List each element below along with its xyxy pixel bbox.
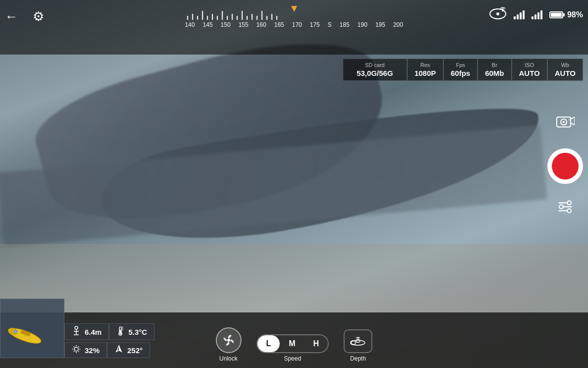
depth-button[interactable]: [344, 329, 373, 353]
bitrate-value: 60Mb: [485, 69, 504, 77]
compass-num-155: 155: [238, 21, 248, 28]
record-button[interactable]: [547, 148, 583, 184]
temp-value: 5.3°C: [128, 328, 147, 336]
sd-card-label: SD card: [350, 62, 400, 68]
iso-value: AUTO: [519, 69, 540, 77]
wb-value: AUTO: [555, 69, 576, 77]
svg-line-37: [78, 351, 79, 352]
compass-num-s: S: [328, 21, 332, 28]
temp-sensor-box: 5.3°C: [109, 323, 155, 340]
top-right-controls: 98%: [489, 6, 583, 23]
svg-line-39: [74, 351, 75, 352]
svg-point-30: [120, 333, 121, 335]
light-sensor-icon: [72, 345, 81, 356]
wb-label: Wb: [555, 62, 576, 68]
signal-bars: [514, 10, 525, 19]
compass-num-140: 140: [185, 21, 195, 28]
sd-card-value: 53,0G/56G: [350, 69, 400, 77]
compass-num-160: 160: [256, 21, 266, 28]
heading-sensor-icon: [114, 345, 123, 356]
speed-option-m[interactable]: M: [280, 335, 304, 352]
sd-card-box: SD card 53,0G/56G: [343, 59, 407, 81]
bitrate-box[interactable]: Br 60Mb: [478, 59, 511, 81]
sensor-row-top: 6.4m 5.3°C: [64, 323, 155, 340]
speed-option-l[interactable]: L: [257, 335, 280, 352]
svg-rect-29: [120, 330, 121, 333]
wb-box[interactable]: Wb AUTO: [547, 59, 583, 81]
iso-box[interactable]: ISO AUTO: [512, 59, 547, 81]
depth-value: 6.4m: [85, 328, 102, 336]
svg-point-31: [74, 347, 78, 351]
light-value: 32%: [85, 346, 100, 355]
compass-num-175: 175: [310, 21, 320, 28]
right-controls: ↺: [547, 114, 583, 218]
info-boxes: SD card 53,0G/56G Res 1080P Fps 60fps Br…: [343, 59, 583, 81]
iso-label: ISO: [519, 62, 540, 68]
depth-sensor-box: 6.4m: [64, 323, 109, 340]
heading-sensor-box: 252°: [107, 342, 150, 358]
fps-label: Fps: [451, 62, 470, 68]
unlock-label: Unlock: [219, 355, 238, 362]
svg-rect-45: [356, 340, 360, 342]
svg-rect-3: [493, 9, 495, 10]
settings-sliders-button[interactable]: [557, 199, 573, 218]
compass-num-170: 170: [292, 21, 302, 28]
bitrate-label: Br: [485, 62, 504, 68]
svg-line-36: [74, 347, 75, 348]
compass-num-150: 150: [220, 21, 230, 28]
heading-value: 252°: [127, 346, 143, 355]
svg-line-38: [78, 347, 79, 348]
compass-track: [185, 5, 403, 20]
camera-switch-button[interactable]: ↺: [556, 114, 575, 133]
unlock-circle: [215, 327, 241, 353]
sensor-row-bottom: 32% 252°: [64, 342, 155, 358]
compass-bar: 140 145 150 155 160 165 170 175 S 185 19…: [185, 5, 403, 28]
depth-label: Depth: [350, 355, 366, 362]
compass-num-145: 145: [203, 21, 213, 28]
fps-value: 60fps: [451, 69, 470, 77]
unlock-button[interactable]: Unlock: [215, 327, 241, 362]
top-left-controls: ← ⚙: [5, 9, 44, 24]
temp-sensor-icon: [116, 326, 124, 338]
speed-option-h[interactable]: H: [304, 335, 328, 352]
sensor-boxes: 6.4m 5.3°C: [64, 323, 155, 358]
compass-num-190: 190: [358, 21, 368, 28]
svg-point-12: [563, 121, 565, 123]
fps-box[interactable]: Fps 60fps: [443, 59, 478, 81]
controller-icon[interactable]: [489, 6, 507, 23]
record-button-inner: [552, 153, 579, 180]
compass-numbers: 140 145 150 155 160 165 170 175 S 185 19…: [185, 20, 403, 28]
svg-text:↺: ↺: [568, 118, 572, 122]
depth-sensor-icon: [72, 326, 81, 338]
battery-percent: 98%: [567, 10, 583, 19]
compass-num-165: 165: [274, 21, 284, 28]
speed-pill: L M H: [256, 334, 329, 353]
bottom-controls-row: Unlock L M H Speed Dep: [215, 327, 373, 362]
svg-point-42: [227, 339, 230, 342]
wifi-signal-bars: [532, 10, 542, 19]
settings-button[interactable]: ⚙: [33, 9, 44, 24]
svg-marker-0: [291, 6, 297, 12]
bottom-center-controls: Unlock L M H Speed Dep: [215, 327, 373, 362]
speed-label: Speed: [284, 355, 301, 362]
svg-rect-7: [563, 13, 565, 16]
battery-area: 98%: [549, 10, 583, 19]
svg-point-2: [496, 12, 499, 15]
svg-point-24: [75, 326, 78, 329]
resolution-value: 1080P: [415, 69, 436, 77]
speed-section: L M H Speed: [256, 334, 329, 362]
back-button[interactable]: ←: [5, 9, 18, 24]
resolution-label: Res: [415, 62, 436, 68]
svg-point-5: [502, 10, 503, 12]
depth-section[interactable]: Depth: [344, 329, 373, 362]
compass-num-185: 185: [340, 21, 350, 28]
light-sensor-box: 32%: [64, 342, 107, 358]
compass-num-195: 195: [375, 21, 385, 28]
compass-num-200: 200: [393, 21, 403, 28]
resolution-box[interactable]: Res 1080P: [407, 59, 443, 81]
minimap: [0, 299, 64, 358]
submarine-icon: [2, 320, 47, 354]
svg-rect-8: [551, 13, 562, 17]
